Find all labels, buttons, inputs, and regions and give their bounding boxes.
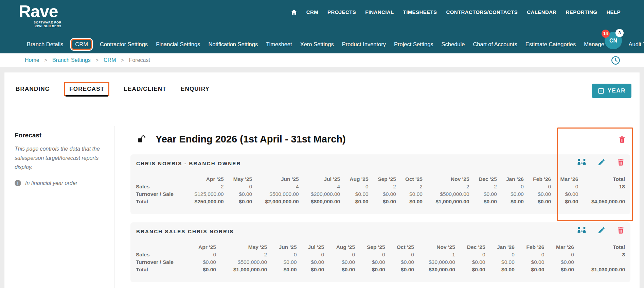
settings-nav-project-settings[interactable]: Project Settings <box>394 41 433 48</box>
forecast-table: Apr '25May '25Jun '25Jul '25Aug '25Sep '… <box>136 243 625 273</box>
forecast-value-cell: 2 <box>369 183 396 190</box>
tab-forecast[interactable]: FORECAST <box>64 82 109 96</box>
breadcrumb-separator: > <box>44 57 47 63</box>
settings-nav-chart-of-accounts[interactable]: Chart of Accounts <box>473 41 517 48</box>
top-nav-crm[interactable]: CRM <box>306 9 318 15</box>
forecast-value-cell: 2 <box>396 183 423 190</box>
forecast-value-cell: $4,050,000.00 <box>578 198 625 205</box>
forecast-value-cell: 0 <box>224 183 252 190</box>
settings-nav-financial-settings[interactable]: Financial Settings <box>156 41 200 48</box>
forecast-value-cell: $0.00 <box>187 258 216 266</box>
forecast-value-cell: $0.00 <box>551 190 578 198</box>
month-header-row: Apr '25May '25Jun '25Jul '25Aug '25Sep '… <box>136 243 625 251</box>
logo-text: Rave <box>19 3 61 20</box>
forecast-card: CHRIS NORRIS - BRANCH OWNER Apr '25May '… <box>130 154 630 214</box>
year-heading: Year Ending 2026 (1st April - 31st March… <box>156 134 346 145</box>
forecast-value-cell: $0.00 <box>455 258 485 266</box>
forecast-data-row: Turnover / Sale$125,000.00$0.00$500,000.… <box>136 190 625 198</box>
forecast-value-cell: Total <box>136 266 187 273</box>
message-count-badge: 3 <box>615 29 624 37</box>
forecast-table: Apr '25May '25Jun '25Jul '25Aug '25Sep '… <box>136 175 625 205</box>
delete-trash-icon[interactable] <box>617 226 625 234</box>
forecast-value-cell: $0.00 <box>324 258 355 266</box>
edit-pencil-icon[interactable] <box>597 226 606 234</box>
notification-count-badge: 14 <box>602 30 610 38</box>
settings-nav-timesheet[interactable]: Timesheet <box>266 41 292 48</box>
tab-branding[interactable]: BRANDING <box>16 82 50 96</box>
people-arrows-icon[interactable] <box>577 158 586 166</box>
forecast-value-cell: $0.00 <box>485 266 515 273</box>
forecast-value-cell: 0 <box>544 251 574 258</box>
forecast-value-cell: $0.00 <box>544 258 574 266</box>
forecast-value-cell: $0.00 <box>524 198 551 205</box>
forecast-value-cell: $0.00 <box>267 266 297 273</box>
forecast-value-cell: $0.00 <box>469 190 497 198</box>
forecast-value-cell: $1,000,000.00 <box>216 266 267 273</box>
sidebar-note: i In financial year order <box>15 180 100 186</box>
month-header-cell: Jan '26 <box>485 243 515 251</box>
forecast-card-title: CHRIS NORRIS - BRANCH OWNER <box>136 160 241 166</box>
settings-nav-audit-trail[interactable]: Audit Trail <box>629 41 644 48</box>
forecast-value-cell: $0.00 <box>187 266 216 273</box>
delete-year-trash-icon[interactable] <box>618 135 626 143</box>
breadcrumb-separator: > <box>96 57 99 63</box>
forecast-value-cell: 0 <box>187 251 216 258</box>
top-nav: CRMPROJECTSFINANCIALTIMESHEETSCONTRACTOR… <box>291 9 621 15</box>
top-nav-contractors-contacts[interactable]: CONTRACTORS/CONTACTS <box>446 9 518 15</box>
forecast-value-cell: $0.00 <box>544 266 574 273</box>
breadcrumb-home[interactable]: Home <box>25 57 39 63</box>
top-header: Rave SOFTWARE FOR KIWI BUILDERS CRMPROJE… <box>0 0 644 53</box>
forecast-value-cell: 0 <box>324 251 355 258</box>
forecast-value-cell: $800,000.00 <box>299 198 340 205</box>
forecast-value-cell: $0.00 <box>355 258 385 266</box>
forecast-value-cell: 0 <box>267 251 297 258</box>
rave-logo[interactable]: Rave SOFTWARE FOR KIWI BUILDERS <box>19 3 61 28</box>
forecast-value-cell: $0.00 <box>455 266 485 273</box>
forecast-value-cell <box>578 190 625 198</box>
forecast-value-cell: $0.00 <box>297 266 324 273</box>
forecast-card-actions <box>577 158 625 166</box>
people-arrows-icon[interactable] <box>577 226 586 234</box>
settings-nav-schedule[interactable]: Schedule <box>442 41 465 48</box>
forecast-value-cell: $0.00 <box>224 198 252 205</box>
month-header-cell: Dec '25 <box>455 243 485 251</box>
settings-nav-xero-settings[interactable]: Xero Settings <box>300 41 334 48</box>
month-header-cell: May '25 <box>216 243 267 251</box>
forecast-value-cell: 2 <box>216 251 267 258</box>
lock-open-icon[interactable] <box>137 135 146 143</box>
forecast-value-cell: $1,030,000.00 <box>574 266 625 273</box>
top-nav-calendar[interactable]: CALENDAR <box>527 9 556 15</box>
forecast-value-cell: $0.00 <box>396 190 423 198</box>
forecast-value-cell: $0.00 <box>224 190 252 198</box>
forecast-value-cell: 0 <box>355 251 385 258</box>
forecast-value-cell: 0 <box>524 183 551 190</box>
app-root: Rave SOFTWARE FOR KIWI BUILDERS CRMPROJE… <box>0 0 644 288</box>
edit-pencil-icon[interactable] <box>597 158 606 166</box>
month-header-row: Apr '25May '25Jun '25Jul '25Aug '25Sep '… <box>136 175 625 183</box>
delete-trash-icon[interactable] <box>617 158 625 166</box>
forecast-value-cell: 1 <box>414 251 455 258</box>
month-header-cell: Jul '25 <box>299 175 340 183</box>
month-header-cell: Total <box>578 175 625 183</box>
settings-nav-product-inventory[interactable]: Product Inventory <box>342 41 386 48</box>
top-nav-reporting[interactable]: REPORTING <box>566 9 597 15</box>
forecast-value-cell: $0.00 <box>267 258 297 266</box>
settings-nav-contractor-settings[interactable]: Contractor Settings <box>100 41 148 48</box>
breadcrumb-branch-settings[interactable]: Branch Settings <box>52 57 91 63</box>
logo-tagline: SOFTWARE FOR KIWI BUILDERS <box>19 21 61 28</box>
top-nav-timesheets[interactable]: TIMESHEETS <box>403 9 437 15</box>
settings-nav-branch-details[interactable]: Branch Details <box>27 41 63 48</box>
settings-nav-crm[interactable]: CRM <box>71 39 92 50</box>
home-icon[interactable] <box>291 9 297 15</box>
top-nav-financial[interactable]: FINANCIAL <box>365 9 394 15</box>
forecast-value-cell: $0.00 <box>497 198 524 205</box>
settings-nav-notification-settings[interactable]: Notification Settings <box>208 41 258 48</box>
forecast-value-cell: 0 <box>485 251 515 258</box>
settings-nav-estimate-categories[interactable]: Estimate Categories <box>525 41 576 48</box>
history-clock-icon[interactable] <box>611 56 620 65</box>
breadcrumb: Home > Branch Settings > CRM > Forecast <box>25 53 150 67</box>
top-nav-help[interactable]: HELP <box>606 9 621 15</box>
breadcrumb-crm[interactable]: CRM <box>104 57 116 63</box>
top-nav-projects[interactable]: PROJECTS <box>327 9 356 15</box>
sidebar-divider <box>114 126 114 288</box>
